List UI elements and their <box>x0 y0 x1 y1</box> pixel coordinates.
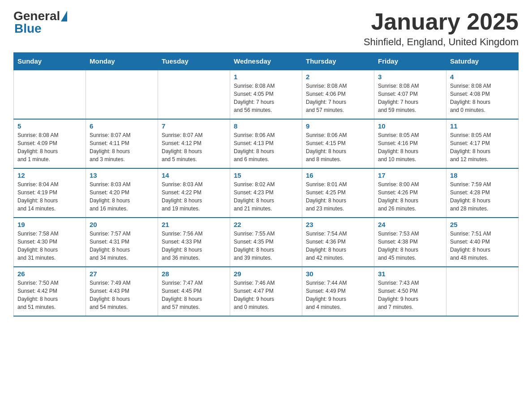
title-area: January 2025 Shinfield, England, United … <box>364 9 519 48</box>
day-info: Sunrise: 7:54 AM Sunset: 4:36 PM Dayligh… <box>306 230 370 262</box>
weekday-header-row: SundayMondayTuesdayWednesdayThursdayFrid… <box>14 53 519 70</box>
calendar-cell: 26Sunrise: 7:50 AM Sunset: 4:42 PM Dayli… <box>14 267 86 316</box>
calendar-cell: 15Sunrise: 8:02 AM Sunset: 4:23 PM Dayli… <box>230 168 302 218</box>
calendar-cell: 11Sunrise: 8:05 AM Sunset: 4:17 PM Dayli… <box>446 119 519 168</box>
day-number: 14 <box>162 171 226 179</box>
calendar-week-row: 19Sunrise: 7:58 AM Sunset: 4:30 PM Dayli… <box>14 218 519 267</box>
day-number: 20 <box>90 221 154 228</box>
calendar-cell: 20Sunrise: 7:57 AM Sunset: 4:31 PM Dayli… <box>86 218 158 267</box>
day-number: 28 <box>162 270 226 278</box>
calendar-cell: 1Sunrise: 8:08 AM Sunset: 4:05 PM Daylig… <box>230 70 302 119</box>
day-number: 17 <box>378 171 442 179</box>
day-number: 10 <box>378 122 442 130</box>
calendar-week-row: 1Sunrise: 8:08 AM Sunset: 4:05 PM Daylig… <box>14 70 519 119</box>
day-info: Sunrise: 8:04 AM Sunset: 4:19 PM Dayligh… <box>17 180 82 213</box>
calendar-cell <box>446 267 519 316</box>
day-number: 13 <box>90 171 154 179</box>
day-info: Sunrise: 7:53 AM Sunset: 4:38 PM Dayligh… <box>378 230 442 262</box>
day-info: Sunrise: 7:47 AM Sunset: 4:45 PM Dayligh… <box>162 279 226 311</box>
day-number: 15 <box>234 171 298 179</box>
day-info: Sunrise: 7:43 AM Sunset: 4:50 PM Dayligh… <box>378 279 442 311</box>
day-number: 2 <box>306 73 370 81</box>
day-number: 1 <box>234 73 298 81</box>
day-number: 4 <box>450 73 515 81</box>
calendar-cell: 28Sunrise: 7:47 AM Sunset: 4:45 PM Dayli… <box>158 267 230 316</box>
day-info: Sunrise: 8:02 AM Sunset: 4:23 PM Dayligh… <box>234 180 298 213</box>
day-info: Sunrise: 8:08 AM Sunset: 4:05 PM Dayligh… <box>234 82 298 114</box>
day-info: Sunrise: 7:57 AM Sunset: 4:31 PM Dayligh… <box>90 230 154 262</box>
calendar-cell: 31Sunrise: 7:43 AM Sunset: 4:50 PM Dayli… <box>374 267 446 316</box>
day-info: Sunrise: 8:07 AM Sunset: 4:11 PM Dayligh… <box>90 131 154 163</box>
calendar-cell: 16Sunrise: 8:01 AM Sunset: 4:25 PM Dayli… <box>302 168 374 218</box>
day-number: 5 <box>17 122 82 130</box>
day-number: 21 <box>162 221 226 228</box>
calendar-week-row: 26Sunrise: 7:50 AM Sunset: 4:42 PM Dayli… <box>14 267 519 316</box>
day-info: Sunrise: 7:51 AM Sunset: 4:40 PM Dayligh… <box>450 230 515 262</box>
calendar-cell: 7Sunrise: 8:07 AM Sunset: 4:12 PM Daylig… <box>158 119 230 168</box>
calendar-cell: 5Sunrise: 8:08 AM Sunset: 4:09 PM Daylig… <box>14 119 86 168</box>
calendar-cell: 29Sunrise: 7:46 AM Sunset: 4:47 PM Dayli… <box>230 267 302 316</box>
day-number: 8 <box>234 122 298 130</box>
day-info: Sunrise: 8:00 AM Sunset: 4:26 PM Dayligh… <box>378 180 442 213</box>
calendar-cell: 6Sunrise: 8:07 AM Sunset: 4:11 PM Daylig… <box>86 119 158 168</box>
weekday-header-sunday: Sunday <box>14 53 86 70</box>
day-number: 7 <box>162 122 226 130</box>
calendar-cell: 30Sunrise: 7:44 AM Sunset: 4:49 PM Dayli… <box>302 267 374 316</box>
calendar-cell: 8Sunrise: 8:06 AM Sunset: 4:13 PM Daylig… <box>230 119 302 168</box>
calendar-week-row: 12Sunrise: 8:04 AM Sunset: 4:19 PM Dayli… <box>14 168 519 218</box>
calendar-cell: 22Sunrise: 7:55 AM Sunset: 4:35 PM Dayli… <box>230 218 302 267</box>
day-info: Sunrise: 7:59 AM Sunset: 4:28 PM Dayligh… <box>450 180 515 213</box>
day-number: 22 <box>234 221 298 228</box>
calendar-cell: 24Sunrise: 7:53 AM Sunset: 4:38 PM Dayli… <box>374 218 446 267</box>
calendar-cell: 18Sunrise: 7:59 AM Sunset: 4:28 PM Dayli… <box>446 168 519 218</box>
header: General Blue January 2025 Shinfield, Eng… <box>13 9 519 48</box>
calendar-cell <box>86 70 158 119</box>
day-info: Sunrise: 7:44 AM Sunset: 4:49 PM Dayligh… <box>306 279 370 311</box>
day-number: 29 <box>234 270 298 278</box>
weekday-header-wednesday: Wednesday <box>230 53 302 70</box>
day-number: 18 <box>450 171 515 179</box>
day-info: Sunrise: 8:01 AM Sunset: 4:25 PM Dayligh… <box>306 180 370 213</box>
calendar-cell: 14Sunrise: 8:03 AM Sunset: 4:22 PM Dayli… <box>158 168 230 218</box>
weekday-header-tuesday: Tuesday <box>158 53 230 70</box>
day-number: 24 <box>378 221 442 228</box>
weekday-header-thursday: Thursday <box>302 53 374 70</box>
day-info: Sunrise: 8:06 AM Sunset: 4:15 PM Dayligh… <box>306 131 370 163</box>
weekday-header-saturday: Saturday <box>446 53 519 70</box>
calendar-cell <box>158 70 230 119</box>
day-info: Sunrise: 7:55 AM Sunset: 4:35 PM Dayligh… <box>234 230 298 262</box>
day-number: 25 <box>450 221 515 228</box>
day-info: Sunrise: 7:56 AM Sunset: 4:33 PM Dayligh… <box>162 230 226 262</box>
day-info: Sunrise: 7:58 AM Sunset: 4:30 PM Dayligh… <box>17 230 82 262</box>
calendar-cell: 27Sunrise: 7:49 AM Sunset: 4:43 PM Dayli… <box>86 267 158 316</box>
day-number: 31 <box>378 270 442 278</box>
calendar-cell: 23Sunrise: 7:54 AM Sunset: 4:36 PM Dayli… <box>302 218 374 267</box>
day-number: 9 <box>306 122 370 130</box>
day-info: Sunrise: 8:03 AM Sunset: 4:22 PM Dayligh… <box>162 180 226 213</box>
day-number: 19 <box>17 221 82 228</box>
day-info: Sunrise: 7:46 AM Sunset: 4:47 PM Dayligh… <box>234 279 298 311</box>
day-info: Sunrise: 8:08 AM Sunset: 4:07 PM Dayligh… <box>378 82 442 114</box>
calendar-cell: 2Sunrise: 8:08 AM Sunset: 4:06 PM Daylig… <box>302 70 374 119</box>
day-number: 16 <box>306 171 370 179</box>
day-info: Sunrise: 7:50 AM Sunset: 4:42 PM Dayligh… <box>17 279 82 311</box>
day-number: 12 <box>17 171 82 179</box>
day-number: 26 <box>17 270 82 278</box>
calendar-cell: 21Sunrise: 7:56 AM Sunset: 4:33 PM Dayli… <box>158 218 230 267</box>
day-info: Sunrise: 8:08 AM Sunset: 4:08 PM Dayligh… <box>450 82 515 114</box>
day-number: 30 <box>306 270 370 278</box>
calendar: SundayMondayTuesdayWednesdayThursdayFrid… <box>13 52 519 317</box>
page-title: January 2025 <box>364 9 519 34</box>
calendar-cell: 12Sunrise: 8:04 AM Sunset: 4:19 PM Dayli… <box>14 168 86 218</box>
calendar-cell <box>14 70 86 119</box>
calendar-cell: 9Sunrise: 8:06 AM Sunset: 4:15 PM Daylig… <box>302 119 374 168</box>
day-number: 23 <box>306 221 370 228</box>
calendar-cell: 17Sunrise: 8:00 AM Sunset: 4:26 PM Dayli… <box>374 168 446 218</box>
calendar-cell: 10Sunrise: 8:05 AM Sunset: 4:16 PM Dayli… <box>374 119 446 168</box>
logo: General Blue <box>13 9 67 36</box>
calendar-cell: 4Sunrise: 8:08 AM Sunset: 4:08 PM Daylig… <box>446 70 519 119</box>
day-info: Sunrise: 8:05 AM Sunset: 4:17 PM Dayligh… <box>450 131 515 163</box>
day-number: 27 <box>90 270 154 278</box>
day-info: Sunrise: 8:07 AM Sunset: 4:12 PM Dayligh… <box>162 131 226 163</box>
calendar-cell: 3Sunrise: 8:08 AM Sunset: 4:07 PM Daylig… <box>374 70 446 119</box>
